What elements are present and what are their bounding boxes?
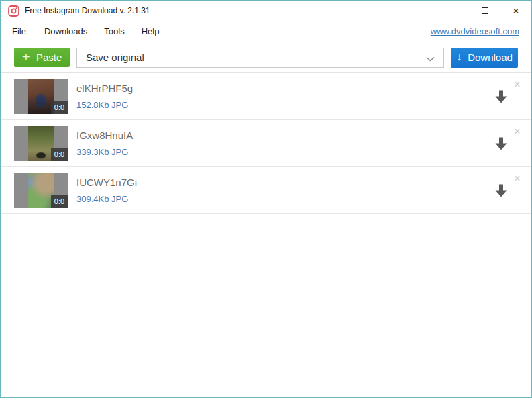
- item-download-button[interactable]: [495, 183, 507, 197]
- thumbnail: 0:0: [14, 79, 68, 114]
- thumbnail-image: [28, 126, 54, 161]
- close-icon: ×: [513, 5, 519, 17]
- thumbnail: 0:0: [14, 126, 68, 161]
- list-item: 0:0 elKHrPHF5g 152.8Kb JPG ×: [1, 73, 531, 120]
- minimize-icon: [451, 11, 458, 11]
- download-button-label: Download: [468, 52, 513, 63]
- duration-badge: 0:0: [51, 148, 68, 161]
- thumbnail-image: [28, 79, 54, 114]
- thumbnail: 0:0: [14, 173, 68, 208]
- list-item: 0:0 fGxw8HnufA 339.3Kb JPG ×: [1, 120, 531, 167]
- item-size-link[interactable]: 309.4Kb JPG: [76, 194, 128, 204]
- item-size-link[interactable]: 339.3Kb JPG: [76, 147, 128, 157]
- save-format-select[interactable]: Save original: [76, 48, 444, 68]
- item-info: fUCWY1n7Gi 309.4Kb JPG: [76, 177, 137, 205]
- menu-downloads[interactable]: Downloads: [44, 26, 87, 36]
- list-item: 0:0 fUCWY1n7Gi 309.4Kb JPG ×: [1, 167, 531, 214]
- item-info: fGxw8HnufA 339.3Kb JPG: [76, 130, 133, 158]
- maximize-icon: [482, 7, 488, 14]
- duration-badge: 0:0: [51, 195, 68, 208]
- paste-button-label: Paste: [36, 52, 62, 63]
- menu-tools[interactable]: Tools: [104, 26, 124, 36]
- window-title: Free Instagram Download v. 2.1.31: [25, 6, 150, 15]
- website-link[interactable]: www.dvdvideosoft.com: [431, 26, 519, 36]
- maximize-button[interactable]: [470, 1, 500, 21]
- item-remove-button[interactable]: ×: [512, 126, 523, 137]
- item-download-button[interactable]: [495, 89, 507, 103]
- window-controls: ×: [439, 1, 531, 21]
- thumbnail-image: [28, 173, 54, 208]
- download-button[interactable]: ↓ Download: [451, 48, 518, 68]
- toolbar: + Paste Save original ↓ Download: [1, 42, 531, 73]
- item-download-button[interactable]: [495, 136, 507, 150]
- duration-badge: 0:0: [51, 101, 68, 114]
- menu-bar: File Downloads Tools Help www.dvdvideoso…: [1, 21, 531, 42]
- menu-help[interactable]: Help: [142, 26, 160, 36]
- paste-button[interactable]: + Paste: [14, 48, 70, 67]
- item-size-link[interactable]: 152.8Kb JPG: [76, 100, 128, 110]
- item-remove-button[interactable]: ×: [512, 79, 523, 90]
- save-format-value: Save original: [86, 52, 426, 63]
- item-info: elKHrPHF5g 152.8Kb JPG: [76, 83, 133, 111]
- item-name: fGxw8HnufA: [76, 130, 133, 141]
- item-name: fUCWY1n7Gi: [76, 177, 137, 188]
- menu-file[interactable]: File: [12, 26, 26, 36]
- title-bar: Free Instagram Download v. 2.1.31 ×: [1, 1, 531, 21]
- download-arrow-icon: ↓: [456, 52, 462, 62]
- item-remove-button[interactable]: ×: [512, 173, 523, 184]
- app-window: Free Instagram Download v. 2.1.31 × File…: [0, 0, 532, 398]
- download-list: 0:0 elKHrPHF5g 152.8Kb JPG × 0:0 fGxw8Hn…: [1, 73, 531, 397]
- app-icon: [8, 5, 19, 17]
- close-button[interactable]: ×: [500, 1, 531, 21]
- minimize-button[interactable]: [439, 1, 470, 21]
- item-name: elKHrPHF5g: [76, 83, 133, 94]
- chevron-down-icon: [426, 52, 435, 64]
